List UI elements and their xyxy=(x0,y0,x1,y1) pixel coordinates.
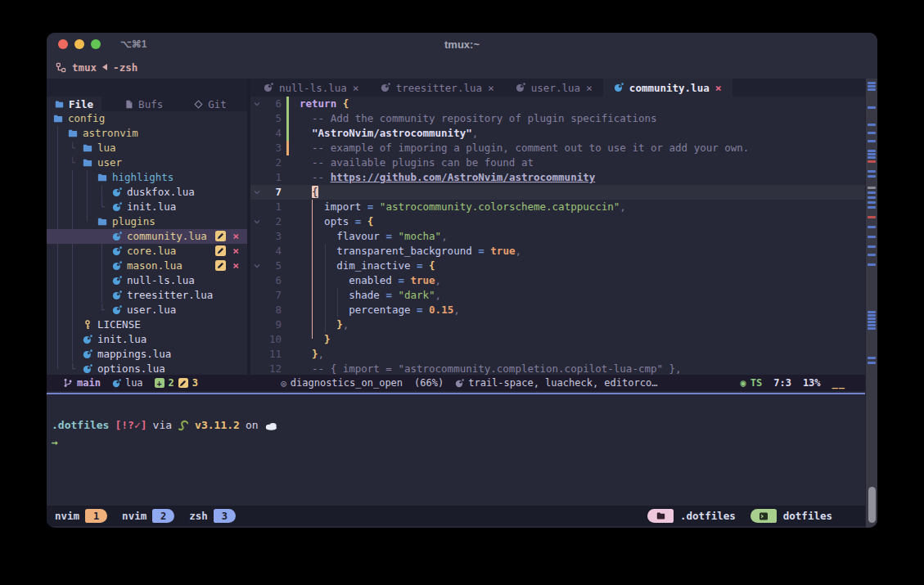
code-token: import xyxy=(324,200,361,213)
code-token: true xyxy=(490,245,515,257)
close-icon[interactable]: × xyxy=(715,82,722,94)
neotree-tab-label: File xyxy=(69,98,93,110)
code-line: 10 } xyxy=(250,332,865,347)
code-token: , xyxy=(435,289,442,301)
tree-item-user.lua[interactable]: └user.lua xyxy=(47,303,247,317)
close-icon[interactable]: × xyxy=(232,231,239,241)
prompt-arrow[interactable]: → xyxy=(52,436,58,448)
code-text: } xyxy=(292,332,331,347)
fold-chevron-down-icon[interactable] xyxy=(250,97,264,111)
code-token: percentage xyxy=(349,304,410,316)
scrollbar-mark-blue xyxy=(868,106,876,109)
neotree-tab-git[interactable]: Git xyxy=(186,97,235,111)
close-icon[interactable]: × xyxy=(232,260,239,271)
tree-item-user[interactable]: └user xyxy=(47,155,247,170)
tree-item-null-ls.lua[interactable]: null-ls.lua xyxy=(47,273,247,288)
code-token xyxy=(423,304,430,316)
tmux-window-1[interactable]: nvim1 xyxy=(55,509,107,523)
tree-item-lua[interactable]: └lua xyxy=(47,141,247,155)
tmux-window-index-badge: 2 xyxy=(152,509,174,523)
code-token: opts xyxy=(324,215,349,227)
lua-icon xyxy=(381,83,390,92)
tree-item-highlights[interactable]: highlights xyxy=(47,170,247,185)
scrollbar-mark-blue xyxy=(868,324,876,326)
code-token: , xyxy=(435,274,442,286)
tree-item-badges: × xyxy=(215,245,239,256)
close-icon[interactable]: × xyxy=(488,82,494,94)
tree-item-astronvim[interactable]: astronvim xyxy=(47,126,247,141)
buffer-tab-community.lua[interactable]: community.lua× xyxy=(603,79,732,97)
fold-chevron-down-icon[interactable] xyxy=(250,214,264,229)
close-icon[interactable]: × xyxy=(586,82,593,94)
tree-item-duskfox.lua[interactable]: duskfox.lua xyxy=(47,185,247,200)
scrollbar-thumb[interactable] xyxy=(868,487,876,523)
tmux-window-name: nvim xyxy=(122,510,146,522)
tmux-pane-divider[interactable] xyxy=(47,393,865,394)
fold-chevron-down-icon[interactable] xyxy=(250,259,264,273)
tree-item-config[interactable]: config xyxy=(47,111,247,126)
tmux-window-index-badge: 3 xyxy=(214,509,236,523)
tree-item-core.lua[interactable]: core.lua× xyxy=(47,244,247,259)
filetype-label: lua xyxy=(125,377,143,389)
scrollbar-mark-blue xyxy=(868,175,876,178)
lua-icon xyxy=(83,364,92,374)
scrollbar-mark-blue xyxy=(868,140,876,142)
lua-icon-small xyxy=(455,379,464,388)
buffer-tab-null-ls.lua[interactable]: null-ls.lua× xyxy=(253,79,370,97)
line-number: 2 xyxy=(264,155,285,170)
tree-item-plugins[interactable]: plugins xyxy=(47,214,247,229)
neotree-source-tabs: FileBufsGit xyxy=(47,97,247,111)
buffer-tab-treesitter.lua[interactable]: treesitter.lua× xyxy=(370,79,505,97)
tree-item-mappings.lua[interactable]: mappings.lua xyxy=(47,347,247,362)
cursor-position: 7:3 xyxy=(773,377,791,389)
tree-item-init.lua[interactable]: └init.lua xyxy=(47,200,247,214)
tmux-session-badges: .dotfilesdotfiles xyxy=(647,509,841,523)
tree-item-LICENSE[interactable]: LICENSE xyxy=(47,317,247,332)
folder-icon xyxy=(97,217,107,227)
close-icon[interactable]: × xyxy=(232,245,239,256)
tree-item-label: astronvim xyxy=(83,126,138,141)
fold-column xyxy=(250,170,264,185)
lua-icon xyxy=(112,290,122,300)
tree-item-label: highlights xyxy=(112,170,174,185)
code-token: } xyxy=(312,348,318,360)
code-line: 3 flavour = "mocha", xyxy=(250,229,865,244)
neotree-tab-file[interactable]: File xyxy=(47,97,101,111)
tmux-session-tab[interactable]: tmux -zsh xyxy=(47,56,877,79)
tree-item-treesitter.lua[interactable]: treesitter.lua xyxy=(47,288,247,303)
modified-badge xyxy=(215,260,226,271)
editor-pane[interactable]: 6return {5 -- Add the community reposito… xyxy=(250,97,865,375)
tree-item-mason.lua[interactable]: mason.lua× xyxy=(47,259,247,273)
scrollbar-mark-red xyxy=(868,216,876,218)
fold-column xyxy=(250,303,264,317)
tree-item-community.lua[interactable]: community.lua× xyxy=(47,229,247,244)
bufferline: null-ls.lua×treesitter.lua×user.lua×comm… xyxy=(47,79,865,97)
neotree-tab-bufs[interactable]: Bufs xyxy=(116,97,171,111)
code-token xyxy=(300,200,324,213)
git-sign-change xyxy=(285,141,292,155)
code-line: 7 { xyxy=(250,185,865,200)
git-branch-icon xyxy=(63,378,73,388)
session-name: tmux xyxy=(72,61,97,74)
code-line: 4 "AstroNvim/astrocommunity", xyxy=(250,126,865,141)
scrollbar-track[interactable] xyxy=(865,79,877,528)
fold-column xyxy=(250,200,264,214)
code-token: = xyxy=(417,304,423,316)
tmux-window-3[interactable]: zsh3 xyxy=(189,509,236,523)
folder-icon xyxy=(53,114,63,124)
scrollbar-mark-blue xyxy=(868,314,876,317)
code-token: flavour xyxy=(336,230,380,242)
fold-chevron-down-icon[interactable] xyxy=(250,185,264,200)
sign-column xyxy=(285,214,292,229)
code-text: -- example of imporing a plugin, comment… xyxy=(292,141,749,155)
code-token xyxy=(300,304,349,316)
code-token: = xyxy=(478,245,485,257)
tmux-right-label: dotfiles xyxy=(783,510,832,522)
python-snake-icon xyxy=(178,420,189,431)
treesitter-label: TS xyxy=(750,377,762,389)
buffer-tab-user.lua[interactable]: user.lua× xyxy=(505,79,603,97)
tree-item-init.lua[interactable]: init.lua xyxy=(47,332,247,347)
tmux-window-2[interactable]: nvim2 xyxy=(122,509,174,523)
close-icon[interactable]: × xyxy=(353,82,359,94)
code-token xyxy=(410,304,417,316)
